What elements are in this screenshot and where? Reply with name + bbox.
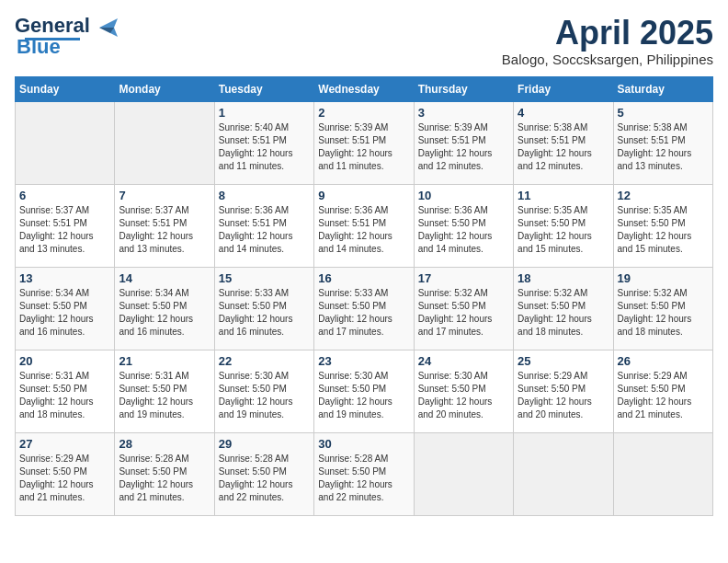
title-block: April 2025 Balogo, Soccsksargen, Philipp… (502, 15, 713, 67)
day-info: Sunrise: 5:28 AMSunset: 5:50 PMDaylight:… (219, 453, 310, 504)
day-cell (115, 101, 214, 184)
day-number: 9 (318, 189, 409, 202)
day-info: Sunrise: 5:36 AMSunset: 5:50 PMDaylight:… (418, 204, 509, 256)
day-info: Sunrise: 5:31 AMSunset: 5:50 PMDaylight:… (19, 370, 110, 421)
day-number: 4 (518, 106, 609, 120)
day-cell (514, 432, 613, 515)
day-info: Sunrise: 5:30 AMSunset: 5:50 PMDaylight:… (418, 370, 509, 421)
header-row: SundayMondayTuesdayWednesdayThursdayFrid… (16, 76, 713, 101)
day-cell: 9Sunrise: 5:36 AMSunset: 5:51 PMDaylight… (314, 184, 414, 267)
day-cell: 20Sunrise: 5:31 AMSunset: 5:50 PMDayligh… (16, 350, 115, 432)
day-cell: 17Sunrise: 5:32 AMSunset: 5:50 PMDayligh… (414, 267, 513, 350)
day-number: 19 (618, 271, 709, 285)
day-cell: 14Sunrise: 5:34 AMSunset: 5:50 PMDayligh… (115, 267, 214, 350)
day-cell: 2Sunrise: 5:39 AMSunset: 5:51 PMDaylight… (314, 101, 414, 184)
day-number: 12 (618, 189, 709, 202)
day-info: Sunrise: 5:36 AMSunset: 5:51 PMDaylight:… (219, 204, 310, 256)
day-info: Sunrise: 5:30 AMSunset: 5:50 PMDaylight:… (219, 370, 310, 421)
day-info: Sunrise: 5:38 AMSunset: 5:51 PMDaylight:… (518, 121, 609, 173)
day-cell: 15Sunrise: 5:33 AMSunset: 5:50 PMDayligh… (214, 267, 313, 350)
logo: General Blue (15, 15, 121, 59)
day-cell: 3Sunrise: 5:39 AMSunset: 5:51 PMDaylight… (414, 101, 513, 184)
day-number: 21 (119, 354, 210, 368)
day-cell (613, 432, 712, 515)
day-cell: 4Sunrise: 5:38 AMSunset: 5:51 PMDaylight… (514, 101, 613, 184)
day-info: Sunrise: 5:40 AMSunset: 5:51 PMDaylight:… (219, 121, 310, 173)
day-info: Sunrise: 5:32 AMSunset: 5:50 PMDaylight:… (618, 287, 709, 339)
day-info: Sunrise: 5:32 AMSunset: 5:50 PMDaylight:… (418, 287, 509, 339)
day-info: Sunrise: 5:37 AMSunset: 5:51 PMDaylight:… (19, 204, 110, 256)
day-number: 1 (219, 106, 310, 120)
day-number: 30 (318, 437, 409, 451)
day-info: Sunrise: 5:37 AMSunset: 5:51 PMDaylight:… (119, 204, 210, 256)
day-cell: 7Sunrise: 5:37 AMSunset: 5:51 PMDaylight… (115, 184, 214, 267)
day-number: 25 (518, 354, 609, 368)
day-number: 23 (318, 354, 409, 368)
day-number: 7 (119, 189, 210, 202)
month-title: April 2025 (502, 15, 713, 52)
day-cell (414, 432, 513, 515)
day-cell: 23Sunrise: 5:30 AMSunset: 5:50 PMDayligh… (314, 350, 414, 432)
day-info: Sunrise: 5:30 AMSunset: 5:50 PMDaylight:… (318, 370, 409, 421)
day-number: 8 (219, 189, 310, 202)
day-header-thursday: Thursday (414, 76, 513, 101)
day-cell: 19Sunrise: 5:32 AMSunset: 5:50 PMDayligh… (613, 267, 712, 350)
day-cell: 21Sunrise: 5:31 AMSunset: 5:50 PMDayligh… (115, 350, 214, 432)
day-number: 10 (418, 189, 509, 202)
day-cell: 30Sunrise: 5:28 AMSunset: 5:50 PMDayligh… (314, 432, 414, 515)
page-header: General Blue April 2025 Balogo, Soccsksa… (15, 15, 713, 67)
day-number: 14 (119, 271, 210, 285)
day-number: 3 (418, 106, 509, 120)
day-header-wednesday: Wednesday (314, 76, 414, 101)
day-info: Sunrise: 5:33 AMSunset: 5:50 PMDaylight:… (219, 287, 310, 339)
day-number: 13 (19, 271, 110, 285)
day-number: 27 (19, 437, 110, 451)
day-info: Sunrise: 5:33 AMSunset: 5:50 PMDaylight:… (318, 287, 409, 339)
day-cell: 29Sunrise: 5:28 AMSunset: 5:50 PMDayligh… (214, 432, 313, 515)
day-info: Sunrise: 5:32 AMSunset: 5:50 PMDaylight:… (518, 287, 609, 339)
day-number: 15 (219, 271, 310, 285)
day-info: Sunrise: 5:34 AMSunset: 5:50 PMDaylight:… (19, 287, 110, 339)
day-cell: 25Sunrise: 5:29 AMSunset: 5:50 PMDayligh… (514, 350, 613, 432)
day-info: Sunrise: 5:38 AMSunset: 5:51 PMDaylight:… (618, 121, 709, 173)
day-header-saturday: Saturday (613, 76, 712, 101)
day-number: 5 (618, 106, 709, 120)
day-info: Sunrise: 5:29 AMSunset: 5:50 PMDaylight:… (518, 370, 609, 421)
day-cell (16, 101, 115, 184)
day-cell: 24Sunrise: 5:30 AMSunset: 5:50 PMDayligh… (414, 350, 513, 432)
day-number: 11 (518, 189, 609, 202)
day-number: 26 (618, 354, 709, 368)
day-info: Sunrise: 5:28 AMSunset: 5:50 PMDaylight:… (318, 453, 409, 504)
day-cell: 1Sunrise: 5:40 AMSunset: 5:51 PMDaylight… (214, 101, 313, 184)
day-number: 18 (518, 271, 609, 285)
calendar-table: SundayMondayTuesdayWednesdayThursdayFrid… (15, 76, 713, 516)
day-number: 16 (318, 271, 409, 285)
logo-blue-text: Blue (17, 35, 61, 58)
day-cell: 16Sunrise: 5:33 AMSunset: 5:50 PMDayligh… (314, 267, 414, 350)
day-cell: 6Sunrise: 5:37 AMSunset: 5:51 PMDaylight… (16, 184, 115, 267)
day-number: 24 (418, 354, 509, 368)
day-number: 29 (219, 437, 310, 451)
day-number: 6 (19, 189, 110, 202)
day-cell: 28Sunrise: 5:28 AMSunset: 5:50 PMDayligh… (115, 432, 214, 515)
day-header-sunday: Sunday (16, 76, 115, 101)
day-number: 28 (119, 437, 210, 451)
day-number: 20 (19, 354, 110, 368)
day-header-friday: Friday (514, 76, 613, 101)
day-cell: 26Sunrise: 5:29 AMSunset: 5:50 PMDayligh… (613, 350, 712, 432)
day-cell: 10Sunrise: 5:36 AMSunset: 5:50 PMDayligh… (414, 184, 513, 267)
day-cell: 5Sunrise: 5:38 AMSunset: 5:51 PMDaylight… (613, 101, 712, 184)
day-header-tuesday: Tuesday (214, 76, 313, 101)
day-info: Sunrise: 5:39 AMSunset: 5:51 PMDaylight:… (318, 121, 409, 173)
week-row-5: 27Sunrise: 5:29 AMSunset: 5:50 PMDayligh… (16, 432, 713, 515)
day-number: 22 (219, 354, 310, 368)
day-info: Sunrise: 5:35 AMSunset: 5:50 PMDaylight:… (618, 204, 709, 256)
week-row-1: 1Sunrise: 5:40 AMSunset: 5:51 PMDaylight… (16, 101, 713, 184)
day-cell: 11Sunrise: 5:35 AMSunset: 5:50 PMDayligh… (514, 184, 613, 267)
day-cell: 18Sunrise: 5:32 AMSunset: 5:50 PMDayligh… (514, 267, 613, 350)
day-info: Sunrise: 5:29 AMSunset: 5:50 PMDaylight:… (618, 370, 709, 421)
day-cell: 22Sunrise: 5:30 AMSunset: 5:50 PMDayligh… (214, 350, 313, 432)
week-row-3: 13Sunrise: 5:34 AMSunset: 5:50 PMDayligh… (16, 267, 713, 350)
day-info: Sunrise: 5:34 AMSunset: 5:50 PMDaylight:… (119, 287, 210, 339)
day-cell: 8Sunrise: 5:36 AMSunset: 5:51 PMDaylight… (214, 184, 313, 267)
